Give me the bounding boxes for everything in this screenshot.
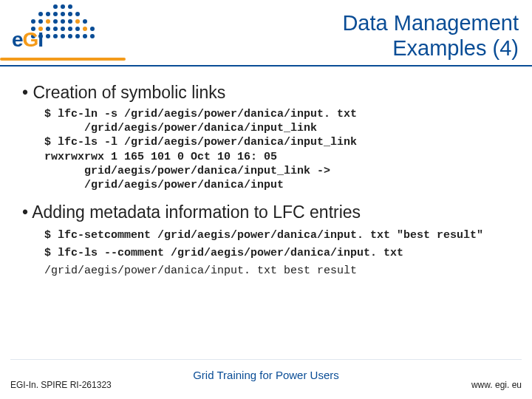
bullet-2: Adding metadata information to LFC entri… [22,202,519,222]
code-line: $ lfc-setcomment /grid/aegis/power/danic… [44,229,483,242]
footer-left: EGI-In. SPIRE RI-261323 [10,380,112,390]
slide-content: Creation of symbolic links $ lfc-ln -s /… [22,83,519,280]
code-line: grid/aegis/power/danica/input_link -> [44,164,330,178]
code-line: rwxrwxrwx 1 165 101 0 Oct 10 16: 05 [44,151,277,163]
slide-footer: Grid Training for Power Users EGI-In. SP… [0,359,532,399]
code-block-1: $ lfc-ln -s /grid/aegis/power/danica/inp… [44,107,519,192]
slide-title: Data Management Examples (4) [342,10,519,61]
logo-i: I [38,28,43,51]
code-line: $ lfc-ls --comment /grid/aegis/power/dan… [44,247,403,259]
slide-header: eGI Data Management Examples (4) [0,0,532,74]
code-line: /grid/aegis/power/danica/input_link [44,121,317,135]
logo-e: e [12,28,23,51]
bullet-1: Creation of symbolic links [22,83,519,103]
code-block-2: $ lfc-setcomment /grid/aegis/power/danic… [44,227,519,280]
logo-accent-bar [0,58,126,61]
code-line: /grid/aegis/power/danica/input. txt best… [44,265,357,277]
logo-g: G [23,28,38,51]
footer-rule [10,359,522,360]
code-line: $ lfc-ls -l /grid/aegis/power/danica/inp… [44,136,357,149]
code-line: $ lfc-ln -s /grid/aegis/power/danica/inp… [44,108,357,120]
title-line-2: Examples (4) [342,35,519,61]
logo: eGI [6,3,124,56]
code-line: /grid/aegis/power/danica/input [44,178,284,192]
footer-right: www. egi. eu [471,380,522,390]
title-line-1: Data Management [342,10,519,35]
title-underline [0,65,532,66]
logo-text: eGI [12,28,43,52]
slide: eGI Data Management Examples (4) Creatio… [0,0,532,399]
